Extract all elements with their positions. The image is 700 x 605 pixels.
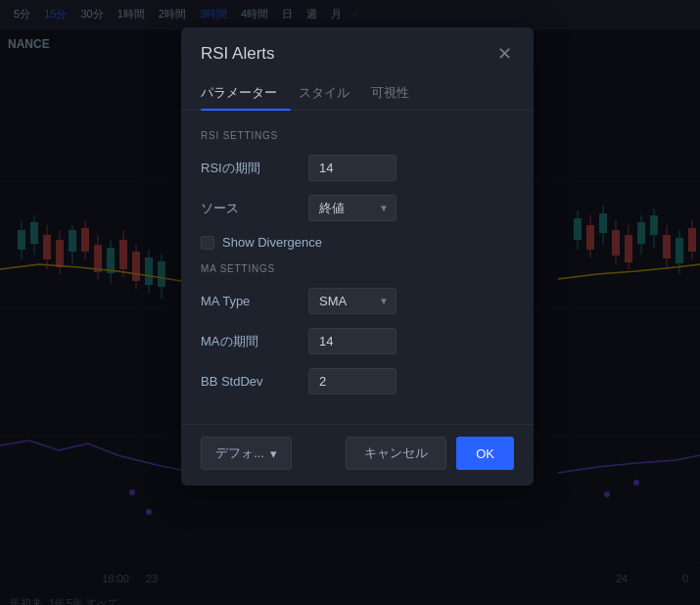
tab-parameters[interactable]: パラメーター — [201, 76, 291, 110]
ma-period-row: MAの期間 — [201, 328, 514, 354]
ma-type-label: MA Type — [201, 294, 299, 308]
modal-tabs: パラメーター スタイル 可視性 — [181, 76, 534, 111]
show-divergence-checkbox[interactable] — [201, 236, 214, 250]
ma-period-input[interactable] — [308, 328, 397, 354]
ma-type-row: MA Type SMA EMA WMA VWMA ▼ — [201, 288, 514, 314]
rsi-period-row: RSIの期間 — [201, 155, 514, 181]
ma-type-select[interactable]: SMA EMA WMA VWMA — [308, 288, 397, 314]
ok-button[interactable]: OK — [456, 437, 514, 470]
source-row: ソース 終値 始値 高値 安値 ▼ — [201, 195, 514, 221]
cancel-button[interactable]: キャンセル — [346, 437, 446, 470]
source-select[interactable]: 終値 始値 高値 安値 — [308, 195, 397, 221]
tab-visibility[interactable]: 可視性 — [371, 76, 423, 110]
rsi-period-input[interactable] — [308, 155, 397, 181]
default-dropdown-arrow: ▾ — [270, 446, 277, 461]
ma-type-select-wrap: SMA EMA WMA VWMA ▼ — [308, 288, 397, 314]
modal-footer: デフォ... ▾ キャンセル OK — [181, 424, 534, 486]
source-select-wrap: 終値 始値 高値 安値 ▼ — [308, 195, 397, 221]
rsi-period-label: RSIの期間 — [201, 160, 299, 177]
close-button[interactable]: ✕ — [495, 43, 514, 65]
show-divergence-label[interactable]: Show Divergence — [222, 235, 322, 250]
modal-body: RSI SETTINGS RSIの期間 ソース 終値 始値 高値 安値 ▼ Sh… — [181, 111, 534, 424]
tab-style[interactable]: スタイル — [299, 76, 363, 110]
footer-right: キャンセル OK — [346, 437, 514, 470]
show-divergence-row: Show Divergence — [201, 235, 514, 250]
default-button[interactable]: デフォ... ▾ — [201, 437, 292, 470]
bb-stddev-input[interactable] — [308, 368, 397, 395]
modal-title: RSI Alerts — [201, 44, 275, 64]
default-button-label: デフォ... — [215, 444, 264, 462]
ma-period-label: MAの期間 — [201, 333, 299, 350]
bb-stddev-row: BB StdDev — [201, 368, 514, 395]
source-label: ソース — [201, 200, 299, 217]
bb-stddev-label: BB StdDev — [201, 374, 299, 389]
rsi-section-label: RSI SETTINGS — [201, 130, 514, 141]
rsi-alerts-modal: RSI Alerts ✕ パラメーター スタイル 可視性 RSI SETTING… — [181, 27, 534, 486]
ma-section-label: MA SETTINGS — [201, 263, 514, 274]
modal-header: RSI Alerts ✕ — [181, 27, 534, 65]
